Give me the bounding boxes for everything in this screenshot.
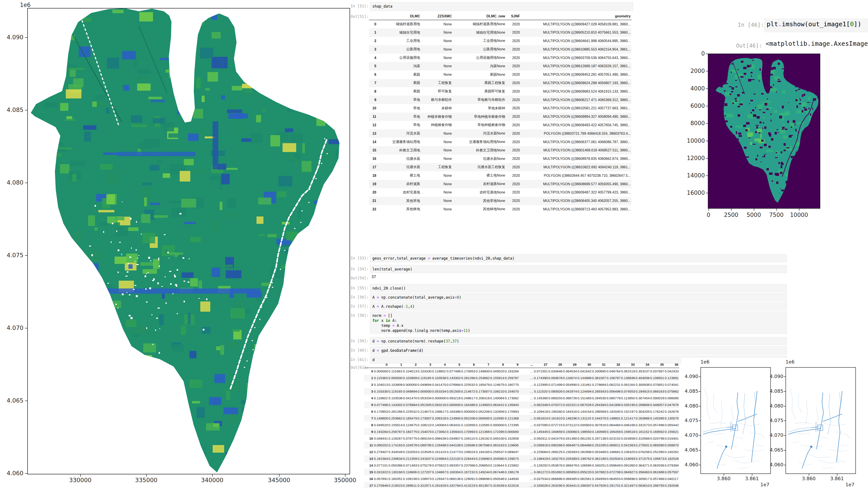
geo-plot-right-dot: [810, 446, 812, 448]
geo-plot-right-ytick-4.075: 4.075: [766, 418, 783, 423]
geo-plot-left-xtick-3.861: 3.861: [742, 476, 762, 481]
geo-plot-left-xtick-3.860: 3.860: [714, 476, 734, 481]
geo-plot-right-ytick-mark: [784, 450, 785, 451]
geo-plot-right-ytick-mark: [784, 435, 785, 436]
geo-plot-right-ytick-mark: [784, 406, 785, 406]
jupyter-notebook-screenshot: 1e64.0904.0854.0804.0754.0704.0654.06033…: [0, 0, 868, 488]
geo-plot-left-ytick-4.085: 4.085: [681, 388, 698, 394]
geo-plot-left-xtick-mark: [724, 474, 724, 476]
geo-plot-left-dot: [725, 446, 727, 448]
geo-plot-left-ytick-mark: [699, 421, 701, 421]
geo-plot-left-ytick-mark: [699, 465, 701, 465]
geo-plot-right-xtick-mark: [809, 474, 809, 476]
geo-plot-right-ytick-4.090: 4.090: [766, 374, 783, 379]
geo-plot-left-xtick-mark: [752, 474, 752, 476]
geo-plot-left-ytick-4.070: 4.070: [681, 432, 698, 438]
geo-plot-left-ytick-4.080: 4.080: [681, 403, 698, 409]
geo-plot-right-ytick-4.060: 4.060: [766, 462, 783, 467]
geo-plot-left-roads: [701, 368, 770, 474]
geo-plot-left-ytick-mark: [699, 450, 701, 451]
geo-plot-right-ytick-4.065: 4.065: [766, 447, 783, 453]
geo-plot-right-ytick-4.080: 4.080: [766, 403, 783, 409]
geo-plot-right-ytick-mark: [784, 391, 785, 392]
geo-plot-left: [701, 367, 771, 474]
geo-plot-left-ytick-mark: [699, 406, 701, 406]
geo-plot-left-ytick-4.065: 4.065: [681, 447, 698, 453]
geo-plot-right-ytick-4.070: 4.070: [766, 432, 783, 438]
geo-plot-left-ytick-4.090: 4.090: [681, 374, 698, 379]
geo-plot-left-offset-y: 1e6: [701, 359, 710, 365]
geo-plot-right-offset-x: 1e7: [845, 482, 855, 487]
geo-plot-right-ytick-mark: [784, 421, 785, 421]
geo-plot-left-ytick-4.075: 4.075: [681, 418, 698, 423]
geo-plot-left-offset-x: 1e7: [761, 482, 770, 487]
geo-plot-right-roads: [786, 368, 856, 474]
geo-plot-left-ytick-4.060: 4.060: [681, 462, 698, 467]
geopandas-plots: 1e61e74.0904.0854.0804.0754.0704.0654.06…: [0, 0, 868, 488]
geo-plot-right-xtick-mark: [837, 474, 837, 476]
geo-plot-right-xtick-3.861: 3.861: [827, 476, 847, 481]
geo-plot-right-ytick-mark: [784, 377, 785, 377]
geo-plot-right: [785, 367, 856, 474]
geo-plot-right-ytick-mark: [784, 465, 785, 465]
geo-plot-right-xtick-3.860: 3.860: [799, 476, 818, 481]
geo-plot-right-offset-y: 1e6: [785, 359, 795, 365]
geo-plot-left-ytick-mark: [699, 377, 701, 377]
geo-plot-left-ytick-mark: [699, 391, 701, 392]
geo-plot-right-ytick-4.085: 4.085: [766, 388, 783, 394]
geo-plot-left-ytick-mark: [699, 435, 701, 436]
